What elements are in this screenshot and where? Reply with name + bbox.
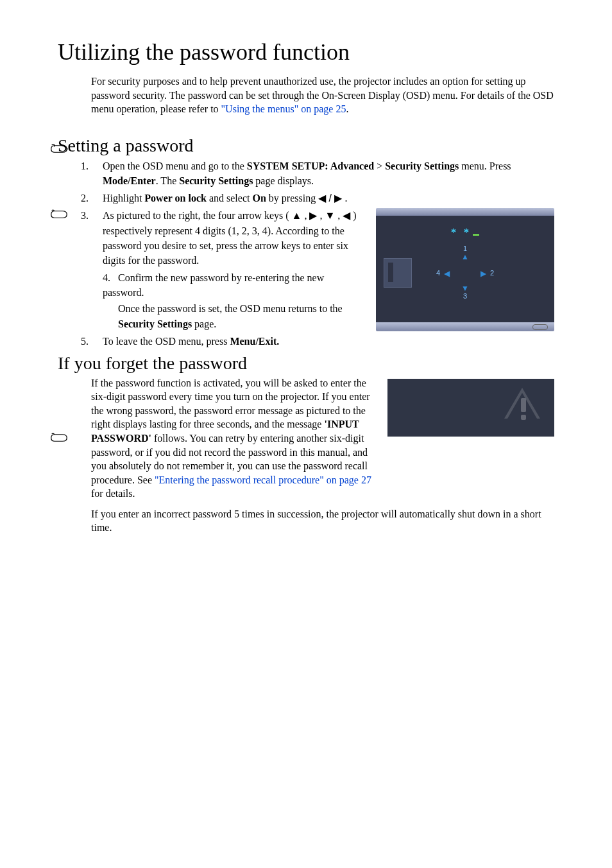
password-error-figure — [387, 379, 554, 437]
intro-paragraph: For security purposes and to help preven… — [91, 74, 554, 116]
step4-text-d: page. — [192, 318, 216, 329]
step2-arrow-left-right: ◀ / ▶ — [318, 191, 342, 205]
warning-exclamation-icon — [521, 398, 526, 412]
step4-security-settings: Security Settings — [118, 318, 192, 329]
steps-list-cont: To leave the OSD menu, press Menu/Exit. — [58, 334, 554, 349]
step-3: As pictured to the right, the four arrow… — [91, 208, 554, 331]
forget-paragraph-2: If you enter an incorrect password 5 tim… — [91, 507, 554, 535]
pad-arrow-left-icon: ◀ — [444, 268, 450, 279]
note-icon — [50, 431, 68, 448]
step3-sep-b: , — [302, 210, 309, 221]
note-icon — [50, 208, 68, 225]
osd-bottombar — [376, 322, 554, 331]
arrow-up-icon: ▲ — [292, 208, 302, 223]
step4-text-b: Once the password is set, the OSD menu r… — [118, 303, 343, 314]
forget-paragraph-wrap: If the password function is activated, y… — [91, 376, 554, 535]
osd-titlebar — [376, 208, 554, 216]
step-4-inline: 4. Confirm the new password by re-enteri… — [103, 270, 364, 331]
step1-security-settings-2: Security Settings — [179, 175, 253, 186]
step2-text-c: and select — [207, 193, 253, 204]
step2-text-a: Highlight — [103, 193, 144, 204]
link-using-menus[interactable]: "Using the menus" on page 25 — [221, 103, 346, 114]
step3-sep-d: , — [335, 210, 343, 221]
pad-digit-4: 4 — [436, 268, 440, 279]
osd-arrow-pad: 1 ▲ 4 ◀ ▶ 2 ▼ 3 — [436, 244, 494, 302]
step1-text-i: page displays. — [253, 175, 314, 186]
arrow-right-icon: ▶ — [309, 208, 317, 223]
pad-arrow-up-icon: ▲ — [461, 252, 469, 263]
osd-entered-stars: * * — [451, 227, 472, 238]
step2-text-f: . — [342, 193, 347, 204]
step5-menu-exit: Menu/Exit. — [230, 336, 279, 347]
step3-sep-c: , — [317, 210, 325, 221]
osd-password-figure: * * 1 ▲ 4 ◀ ▶ 2 ▼ 3 — [376, 208, 554, 331]
step-1: Open the OSD menu and go to the SYSTEM S… — [91, 159, 554, 188]
step1-system-setup: SYSTEM SETUP: Advanced — [247, 161, 374, 171]
pad-digit-2: 2 — [490, 268, 494, 279]
step2-on: On — [252, 193, 266, 204]
step2-text-e: by pressing — [266, 193, 318, 204]
step1-mode-enter: Mode/Enter — [103, 175, 156, 186]
step1-security-settings: Security Settings — [385, 161, 459, 171]
step1-text-e: menu. Press — [459, 161, 511, 171]
pad-digit-3: 3 — [463, 291, 467, 302]
forget-paragraph-1: If the password function is activated, y… — [91, 376, 376, 501]
heading-setting-password: Setting a password — [58, 135, 554, 156]
page-title: Utilizing the password function — [58, 39, 554, 65]
step1-text-a: Open the OSD menu and go to the — [103, 161, 247, 171]
step1-text-g: . The — [156, 175, 180, 186]
heading-forget-password: If you forget the password — [58, 353, 554, 374]
step-2: Highlight Power on lock and select On by… — [91, 191, 554, 205]
link-password-recall[interactable]: "Entering the password recall procedure"… — [155, 474, 371, 485]
step3-text-a: As pictured to the right, the four arrow… — [103, 210, 292, 221]
step1-sep: > — [374, 161, 385, 171]
pad-arrow-right-icon: ▶ — [480, 268, 486, 279]
steps-list: Open the OSD menu and go to the SYSTEM S… — [58, 159, 554, 332]
arrow-down-icon: ▼ — [325, 208, 335, 223]
osd-cursor — [473, 234, 479, 236]
step5-text-a: To leave the OSD menu, press — [103, 336, 230, 347]
note-icon — [50, 143, 68, 159]
step2-power-on-lock: Power on lock — [144, 193, 207, 204]
step-5: To leave the OSD menu, press Menu/Exit. — [91, 334, 554, 349]
intro-text-2: . — [346, 103, 348, 114]
lock-icon — [384, 249, 412, 288]
arrow-left-icon: ◀ — [343, 208, 350, 223]
osd-password-digits: * * — [384, 225, 547, 239]
step4-text-a: Confirm the new password by re-entering … — [103, 272, 324, 298]
forget-text-d: for details. — [91, 488, 135, 499]
